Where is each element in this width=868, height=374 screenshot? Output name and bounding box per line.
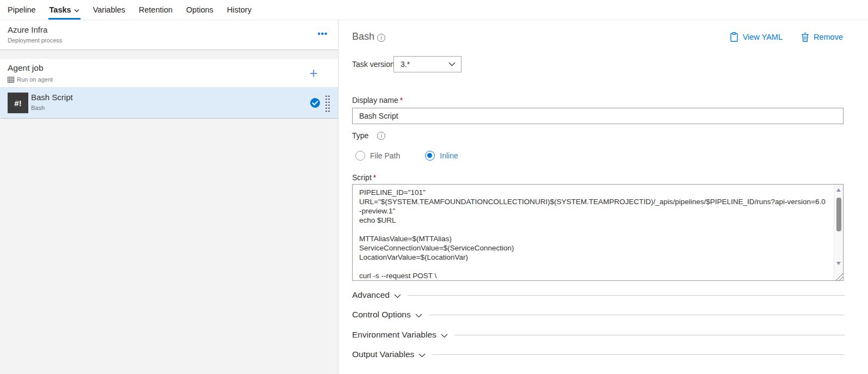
view-yaml-label: View YAML xyxy=(743,33,783,41)
scrollbar-thumb[interactable] xyxy=(836,198,841,231)
display-name-input[interactable] xyxy=(352,108,844,124)
editor-title: Bash xyxy=(352,31,374,42)
nav-tab-label: History xyxy=(227,5,251,14)
chevron-down-icon xyxy=(441,334,448,338)
top-nav: Pipeline Tasks Variables Retention Optio… xyxy=(0,0,868,20)
section-advanced[interactable]: Advanced xyxy=(352,289,845,301)
nav-tab-label: Options xyxy=(186,5,213,14)
script-label: Script* xyxy=(352,173,376,182)
section-divider xyxy=(429,315,845,315)
chevron-down-icon xyxy=(74,9,79,13)
more-options-icon[interactable]: ••• xyxy=(315,27,331,40)
task-editor-panel: Bash i View YAML Remove xyxy=(339,20,868,374)
process-subtitle: Deployment process xyxy=(8,37,62,44)
radio-inline[interactable]: Inline xyxy=(425,151,458,161)
task-version-label: Task version xyxy=(352,60,395,69)
section-divider xyxy=(432,354,845,355)
section-output-variables[interactable]: Output Variables xyxy=(352,348,845,360)
nav-tab-label: Pipeline xyxy=(8,5,36,14)
radio-label: Inline xyxy=(440,151,458,160)
section-environment-variables[interactable]: Environment Variables xyxy=(352,329,845,341)
chevron-down-icon xyxy=(415,314,422,318)
agent-job-subtitle: Run on agent xyxy=(17,76,53,83)
required-asterisk: * xyxy=(400,96,403,105)
nav-tab-options[interactable]: Options xyxy=(186,0,213,20)
section-label: Output Variables xyxy=(352,350,414,359)
nav-tab-label: Variables xyxy=(93,5,125,14)
agent-job-title: Agent job xyxy=(8,63,44,73)
section-label: Control Options xyxy=(352,310,411,320)
task-valid-check-icon xyxy=(310,97,321,108)
drag-handle-icon[interactable] xyxy=(325,95,331,113)
section-label: Advanced xyxy=(352,290,390,300)
resize-grip-icon[interactable] xyxy=(835,272,843,280)
section-divider xyxy=(454,335,845,335)
section-control-options[interactable]: Control Options xyxy=(352,309,845,321)
chevron-down-icon xyxy=(394,294,401,298)
editor-header-actions: View YAML Remove xyxy=(730,32,843,42)
info-icon[interactable]: i xyxy=(377,132,385,140)
nav-tab-retention[interactable]: Retention xyxy=(139,0,173,20)
chevron-down-icon xyxy=(418,353,426,358)
agent-job-subtitle-row: Run on agent xyxy=(8,76,53,83)
radio-circle xyxy=(425,151,435,161)
display-name-label: Display name* xyxy=(352,96,403,105)
nav-tab-label: Retention xyxy=(139,5,173,14)
required-asterisk: * xyxy=(373,173,376,182)
remove-task-button[interactable]: Remove xyxy=(801,32,843,42)
nav-tab-label: Tasks xyxy=(50,5,71,14)
radio-label: File Path xyxy=(370,151,400,160)
nav-tab-tasks[interactable]: Tasks xyxy=(50,0,79,20)
radio-file-path[interactable]: File Path xyxy=(355,151,400,161)
clipboard-icon xyxy=(730,32,738,42)
pipeline-tree-panel: Azure Infra Deployment process ••• Agent… xyxy=(0,20,338,374)
radio-circle xyxy=(355,151,365,161)
bash-task-icon: #! xyxy=(8,93,28,113)
task-title: Bash Script xyxy=(31,93,73,102)
scroll-down-icon[interactable] xyxy=(836,262,841,265)
task-subtitle: Bash xyxy=(31,105,45,111)
process-header: Azure Infra Deployment process ••• xyxy=(0,20,338,50)
agent-job-row[interactable]: Agent job Run on agent + xyxy=(0,59,338,88)
trash-icon xyxy=(801,33,809,42)
info-icon[interactable]: i xyxy=(377,34,385,42)
script-type-radio-group: File Path Inline xyxy=(355,151,458,161)
script-content[interactable]: PIPELINE_ID="101" URL="$(SYSTEM.TEAMFOUN… xyxy=(353,185,833,280)
agent-icon xyxy=(8,77,14,83)
pipeline-editor-app: Pipeline Tasks Variables Retention Optio… xyxy=(0,0,868,374)
nav-tab-history[interactable]: History xyxy=(227,0,251,20)
chevron-down-icon xyxy=(448,62,455,66)
scroll-up-icon[interactable] xyxy=(836,188,841,192)
script-editor[interactable]: PIPELINE_ID="101" URL="$(SYSTEM.TEAMFOUN… xyxy=(352,184,844,281)
view-yaml-button[interactable]: View YAML xyxy=(730,32,783,42)
section-divider xyxy=(408,295,845,296)
section-label: Environment Variables xyxy=(352,330,436,340)
task-version-dropdown[interactable]: 3.* xyxy=(393,56,461,72)
nav-tab-variables[interactable]: Variables xyxy=(93,0,125,20)
remove-label: Remove xyxy=(814,33,843,41)
process-title: Azure Infra xyxy=(8,25,47,34)
type-label: Type i xyxy=(352,131,385,140)
task-version-value: 3.* xyxy=(401,60,410,69)
script-scrollbar[interactable] xyxy=(834,185,843,280)
nav-tab-pipeline[interactable]: Pipeline xyxy=(8,0,36,20)
task-list-item-bash-script[interactable]: #! Bash Script Bash xyxy=(0,88,338,119)
add-task-icon[interactable]: + xyxy=(305,64,322,82)
